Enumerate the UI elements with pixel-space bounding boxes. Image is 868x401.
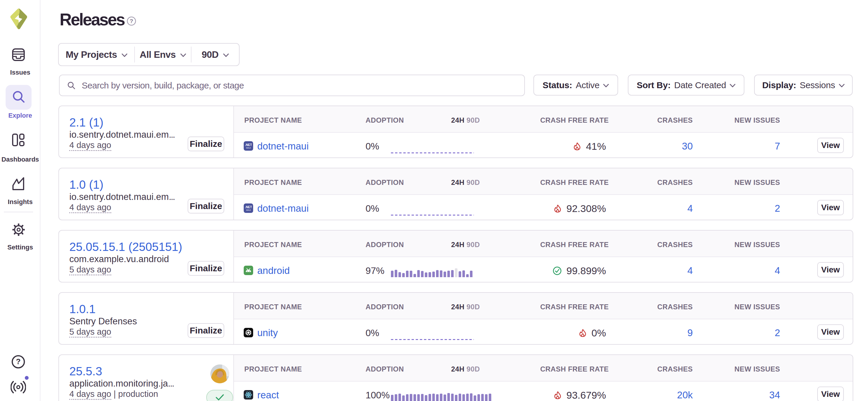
svg-text:MAUI: MAUI (246, 147, 251, 149)
svg-text:?: ? (16, 357, 21, 366)
svg-text:.NET: .NET (245, 143, 252, 146)
svg-text:?: ? (130, 18, 133, 24)
svg-text:MAUI: MAUI (246, 209, 251, 211)
svg-text:.NET: .NET (245, 205, 252, 209)
